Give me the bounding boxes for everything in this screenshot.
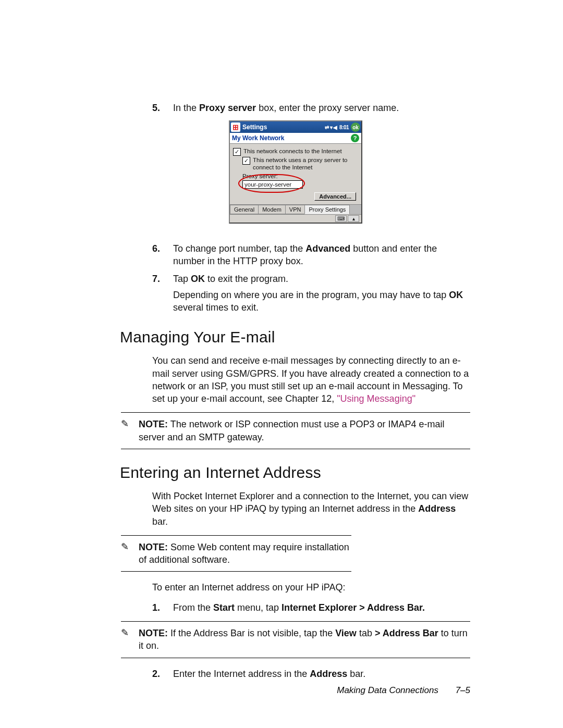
button-row: Advanced... [233, 193, 356, 200]
checkbox-label: This network connects to the Internet [243, 148, 358, 155]
document-page: 5. In the Proxy server box, enter the pr… [0, 0, 563, 728]
tab-modem[interactable]: Modem [258, 205, 286, 214]
proxy-label: Proxy server: [242, 173, 358, 179]
step-2: 2. Enter the Internet address in the Add… [152, 668, 470, 680]
link-using-messaging[interactable]: "Using Messaging" [337, 393, 415, 404]
signal-icon: ⇄ ▾ ◀ [325, 125, 337, 130]
footer-page: 7–5 [456, 685, 470, 695]
step-content: In the Proxy server box, enter the proxy… [173, 102, 470, 114]
note-text: NOTE: The network or ISP connection must… [139, 418, 470, 443]
step-number: 7. [152, 273, 173, 314]
text: Enter the Internet address in the [173, 669, 310, 679]
step-1: 1. From the Start menu, tap Internet Exp… [152, 601, 470, 614]
checkbox-label: This network uses a proxy server to conn… [253, 157, 358, 170]
step-5: 5. In the Proxy server box, enter the pr… [152, 102, 470, 114]
paragraph: You can send and receive e-mail messages… [152, 354, 470, 405]
step-number: 6. [152, 242, 173, 268]
keyboard-icon[interactable]: ⌨ [335, 215, 347, 222]
page-footer: Making Data Connections 7–5 [337, 685, 470, 696]
step-content: To change port number, tap the Advanced … [173, 242, 470, 268]
subheader-text: My Work Network [232, 134, 284, 142]
pda-sip-bar: ⌨ ▴ [230, 214, 361, 223]
note-icon: ✎ [121, 541, 139, 566]
step-content: Tap OK to exit the program. Depending on… [173, 273, 470, 314]
text: Some Web content may require installatio… [139, 542, 349, 565]
text-bold: OK [449, 290, 463, 300]
text-bold: > Address Bar [375, 628, 438, 638]
ok-button[interactable]: ok [351, 122, 360, 132]
step-content: Enter the Internet address in the Addres… [173, 668, 470, 680]
text: The network or ISP connection must use a… [139, 419, 445, 442]
text-bold: Address [310, 669, 347, 679]
note-text: NOTE: Some Web content may require insta… [139, 541, 351, 566]
note-label: NOTE: [139, 542, 168, 552]
pda-title: Settings [242, 124, 325, 131]
checkbox-row-2: ✓ This network uses a proxy server to co… [242, 157, 358, 170]
text: tab [357, 628, 375, 638]
heading-managing-email: Managing Your E-mail [120, 328, 470, 346]
text-bold: View [335, 628, 357, 638]
paragraph: With Pocket Internet Explorer and a conn… [152, 490, 470, 528]
note-block: ✎ NOTE: Some Web content may require ins… [121, 535, 351, 572]
note-block: ✎ NOTE: The network or ISP connection mu… [121, 412, 470, 449]
text: bar. [347, 669, 365, 679]
text-bold: Internet Explorer > Address Bar. [282, 602, 425, 613]
note-block: ✎ NOTE: If the Address Bar is not visibl… [121, 621, 470, 658]
advanced-button[interactable]: Advanced... [314, 192, 356, 201]
text-bold: Advanced [305, 243, 350, 254]
pda-screenshot: ⊞ Settings ⇄ ▾ ◀ 8:01 ok My Work Network… [229, 120, 362, 223]
note-icon: ✎ [121, 627, 139, 652]
checkbox-row-1: ✓ This network connects to the Internet [233, 148, 358, 156]
step-number: 5. [152, 102, 173, 114]
text: You can send and receive e-mail messages… [152, 355, 469, 404]
start-icon[interactable]: ⊞ [231, 122, 240, 132]
proxy-input[interactable]: your-proxy-server [242, 180, 303, 189]
paragraph: To enter an Internet address on your HP … [152, 581, 470, 594]
up-icon[interactable]: ▴ [348, 215, 359, 222]
pda-tabs: General Modem VPN Proxy Settings [230, 204, 361, 214]
text-bold: Start [213, 602, 235, 613]
pda-subheader: My Work Network ? [230, 133, 361, 144]
step-number: 1. [152, 601, 173, 614]
text: menu, tap [235, 602, 282, 613]
heading-entering-address: Entering an Internet Address [120, 464, 470, 482]
help-icon[interactable]: ? [351, 134, 359, 142]
text: to exit the program. [205, 274, 288, 284]
step-content: From the Start menu, tap Internet Explor… [173, 601, 470, 614]
checkbox[interactable]: ✓ [233, 148, 241, 156]
note-text: NOTE: If the Address Bar is not visible,… [139, 627, 470, 652]
text-bold: Address [418, 503, 456, 514]
note-icon: ✎ [121, 418, 139, 443]
pda-body: ✓ This network connects to the Internet … [230, 144, 361, 204]
text: Tap [173, 274, 191, 284]
text-bold: OK [191, 274, 205, 284]
text: If the Address Bar is not visible, tap t… [168, 628, 335, 638]
text: From the [173, 602, 213, 613]
text: In the [173, 103, 199, 113]
text: Depending on where you are in the progra… [173, 290, 449, 300]
tab-vpn[interactable]: VPN [285, 205, 305, 214]
note-label: NOTE: [139, 628, 168, 638]
pda-titlebar: ⊞ Settings ⇄ ▾ ◀ 8:01 ok [230, 121, 361, 133]
note-label: NOTE: [139, 419, 168, 429]
step-7: 7. Tap OK to exit the program. Depending… [152, 273, 470, 314]
checkbox[interactable]: ✓ [242, 157, 250, 165]
text-bold: Proxy server [199, 103, 256, 113]
step-number: 2. [152, 668, 173, 680]
tab-proxy-settings[interactable]: Proxy Settings [304, 205, 350, 214]
clock: 8:01 [339, 125, 349, 130]
step-6: 6. To change port number, tap the Advanc… [152, 242, 470, 268]
text: box, enter the proxy server name. [256, 103, 399, 113]
footer-chapter: Making Data Connections [337, 685, 438, 695]
text: several times to exit. [173, 302, 259, 313]
text: To change port number, tap the [173, 243, 305, 254]
text: bar. [152, 516, 168, 527]
tab-general[interactable]: General [230, 205, 259, 214]
